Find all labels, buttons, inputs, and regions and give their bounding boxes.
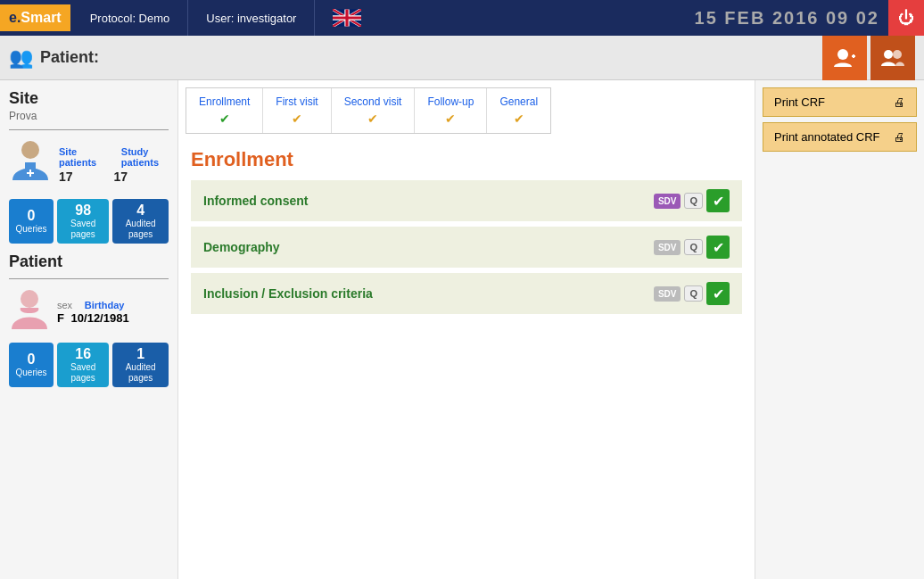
tab-second-visit-label: Second visit: [344, 95, 402, 108]
print-annotated-label: Print annotated CRF: [774, 130, 880, 144]
power-icon: ⏻: [898, 9, 914, 28]
patient-audited-box: 1 Audited pages: [112, 343, 169, 387]
tab-general-label: General: [499, 95, 538, 108]
patient-audited-value: 1: [136, 346, 144, 362]
patient-avatar-icon: [9, 286, 50, 333]
tab-first-visit-check: ✔: [276, 112, 318, 126]
patient-values-row: F 10/12/1981: [57, 311, 129, 325]
add-patient-button[interactable]: [822, 36, 867, 80]
patient-icon: 👥: [9, 46, 33, 70]
site-title: Site: [9, 89, 169, 108]
informed-consent-label: Informed consent: [203, 194, 654, 208]
patient-audited-label: Audited pages: [118, 362, 163, 384]
tab-second-visit[interactable]: Second visit ✔: [332, 88, 416, 133]
birthday-value: 10/12/1981: [71, 311, 129, 325]
queries-label: Queries: [15, 224, 46, 235]
svg-point-10: [21, 290, 38, 308]
right-panel: Print CRF 🖨 Print annotated CRF 🖨: [755, 80, 924, 579]
datetime: 15 FEB 2016 09 02: [695, 8, 888, 29]
demography-label: Demography: [203, 240, 654, 254]
inclusion-exclusion-check-btn[interactable]: ✔: [706, 282, 730, 305]
sex-row: sex Birthday: [57, 298, 129, 311]
sex-value: F: [57, 311, 64, 325]
saved-pages-value: 98: [75, 203, 91, 219]
audited-pages-value: 4: [136, 203, 144, 219]
doctor-icon: [9, 137, 52, 184]
saved-pages-box: 98 Saved pages: [57, 199, 109, 244]
tab-second-visit-check: ✔: [344, 112, 402, 126]
inclusion-exclusion-q-btn[interactable]: Q: [684, 285, 703, 302]
visit-tabs: Enrollment ✔ First visit ✔ Second visit …: [186, 87, 551, 134]
inclusion-exclusion-label: Inclusion / Exclusion criteria: [203, 286, 654, 301]
patient-queries-box: 0 Queries: [9, 343, 54, 387]
enrollment-title: Enrollment: [178, 141, 755, 175]
flag-container: [315, 9, 379, 27]
print-annotated-icon: 🖨: [894, 130, 905, 144]
site-name: Prova: [9, 110, 169, 122]
logo-e: e.: [9, 10, 21, 25]
logo: e.Smart: [0, 4, 70, 31]
visits-container: Enrollment ✔ First visit ✔ Second visit …: [186, 87, 747, 134]
patient-avatar: [9, 286, 50, 335]
patient-queries-label: Queries: [15, 368, 46, 378]
tab-enrollment[interactable]: Enrollment ✔: [186, 88, 263, 133]
demography-sdv-btn[interactable]: SDV: [654, 240, 681, 255]
patients-list-button[interactable]: [870, 36, 915, 80]
print-crf-label: Print CRF: [774, 95, 825, 109]
informed-consent-actions: SDV Q ✔: [654, 189, 730, 212]
form-item-informed-consent: Informed consent SDV Q ✔: [191, 180, 742, 221]
user-label: User: investigator: [188, 0, 315, 36]
demography-q-btn[interactable]: Q: [684, 239, 703, 255]
informed-consent-sdv-btn[interactable]: SDV: [654, 194, 681, 209]
study-patients-label: Study patients: [121, 146, 169, 168]
logo-smart: Smart: [21, 10, 61, 25]
tab-enrollment-label: Enrollment: [199, 95, 250, 108]
uk-flag: [333, 9, 361, 27]
patient-title: Patient:: [40, 48, 822, 67]
power-button[interactable]: ⏻: [888, 0, 924, 36]
site-patients-label: Site patients: [59, 146, 100, 168]
main-container: Site Prova Site patients: [0, 80, 924, 579]
tab-follow-up-label: Follow-up: [427, 95, 474, 108]
queries-value: 0: [28, 208, 36, 224]
study-patients-value: 17: [114, 170, 128, 184]
sex-label: sex: [57, 300, 72, 310]
print-crf-button[interactable]: Print CRF 🖨: [763, 87, 917, 117]
tab-general-check: ✔: [499, 112, 538, 126]
doctor-avatar: [9, 137, 52, 192]
add-patient-icon: [832, 45, 857, 70]
tab-follow-up[interactable]: Follow-up ✔: [415, 88, 487, 133]
svg-point-1: [837, 49, 848, 60]
patient-bar: 👥 Patient:: [0, 36, 924, 80]
site-stats: Site patients Study patients 17 17: [59, 146, 169, 184]
header: e.Smart Protocol: Demo User: investigato…: [0, 0, 924, 36]
queries-box: 0 Queries: [9, 199, 54, 244]
tab-general[interactable]: General ✔: [487, 88, 550, 133]
site-patients-value: 17: [59, 170, 73, 184]
sidebar: Site Prova Site patients: [0, 80, 178, 579]
print-annotated-button[interactable]: Print annotated CRF 🖨: [763, 122, 917, 152]
patient-details: sex Birthday F 10/12/1981: [57, 298, 129, 325]
svg-point-5: [893, 50, 902, 59]
demography-check-btn[interactable]: ✔: [706, 236, 730, 259]
informed-consent-check-btn[interactable]: ✔: [706, 189, 730, 212]
inclusion-exclusion-actions: SDV Q ✔: [654, 282, 730, 305]
tab-follow-up-check: ✔: [427, 112, 474, 126]
content-area: Enrollment ✔ First visit ✔ Second visit …: [178, 80, 755, 579]
patient-stats-row: 0 Queries 16 Saved pages 1 Audited pages: [9, 343, 169, 387]
saved-pages-label: Saved pages: [62, 219, 103, 240]
patient-queries-value: 0: [28, 352, 36, 368]
tab-enrollment-check: ✔: [199, 112, 250, 126]
tab-first-visit[interactable]: First visit ✔: [263, 88, 331, 133]
patient-saved-label: Saved pages: [62, 362, 103, 384]
site-stats-row: 0 Queries 98 Saved pages 4 Audited pages: [9, 199, 169, 244]
protocol-label: Protocol: Demo: [72, 0, 189, 36]
stat-values: 17 17: [59, 170, 169, 184]
patient-saved-value: 16: [75, 346, 91, 362]
patients-list-icon: [880, 45, 905, 70]
patient-saved-box: 16 Saved pages: [57, 343, 109, 387]
informed-consent-q-btn[interactable]: Q: [684, 193, 703, 209]
site-divider: [9, 129, 169, 130]
birthday-label-text: Birthday: [85, 300, 125, 310]
inclusion-exclusion-sdv-btn[interactable]: SDV: [654, 286, 681, 302]
